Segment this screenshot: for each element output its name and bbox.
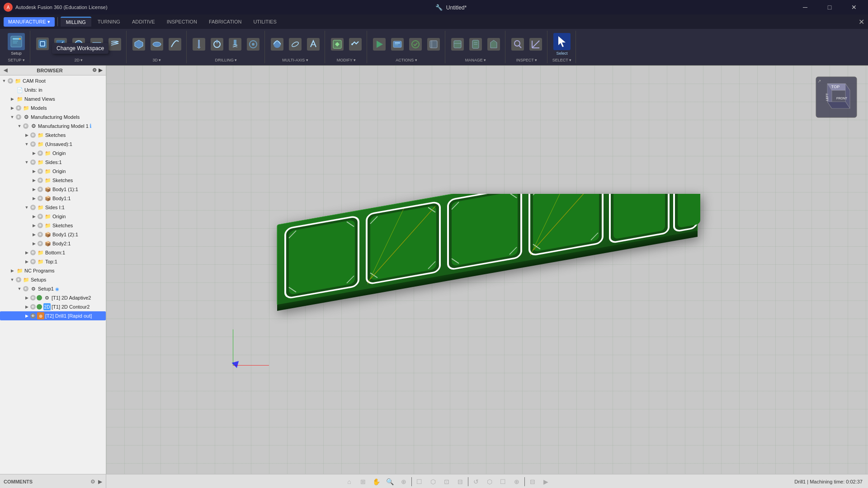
post-process-button[interactable] (389, 37, 406, 52)
tree-item-2dcontour2[interactable]: ▶ 👁 2D [T1] 2D Contour2 (0, 302, 106, 311)
vis-drill1[interactable]: 👁 (30, 313, 36, 319)
tree-item-origin1[interactable]: ▶ 👁 📁 Origin (0, 149, 106, 158)
tree-arrow-sidesi1[interactable]: ▼ (24, 204, 30, 211)
vis-setup1[interactable]: 👁 (23, 286, 28, 291)
tree-item-body2-1[interactable]: ▶ 👁 📦 Body2:1 (0, 239, 106, 248)
tree-arrow-setups[interactable]: ▼ (9, 277, 15, 283)
tree-arrow-mfgmodel1[interactable]: ▼ (16, 123, 23, 129)
visibility-dot-mfgmodels[interactable]: 👁 (16, 114, 21, 120)
thread-mill-button[interactable] (226, 37, 244, 52)
section-button[interactable]: ⊡ (441, 476, 453, 488)
orbit-button[interactable]: ✋ (371, 476, 382, 488)
tab-fabrication[interactable]: FABRICATION (203, 17, 247, 26)
vis-sketches1[interactable]: 👁 (30, 132, 36, 138)
multiaxis-btn2[interactable] (287, 37, 304, 52)
manage-btn2[interactable] (467, 37, 484, 52)
tree-item-body1[interactable]: ▶ 👁 📦 Body1:1 (0, 194, 106, 203)
vis-sidesi1[interactable]: 👁 (30, 205, 36, 210)
stock-vis-button[interactable]: ⬡ (484, 476, 495, 488)
tree-item-setups[interactable]: ▼ 👁 📁 Setups (0, 275, 106, 284)
tree-arrow-origin3[interactable]: ▶ (31, 213, 37, 220)
tree-arrow-sketches1[interactable]: ▶ (24, 132, 30, 138)
tree-arrow-origin2[interactable]: ▶ (31, 168, 37, 174)
tree-item-setup1[interactable]: ▼ 👁 ⚙ Setup1 ◉ (0, 284, 106, 293)
toolpath-check-button[interactable] (407, 37, 424, 52)
visibility-dot-camroot[interactable]: 👁 (8, 78, 13, 84)
tab-utilities[interactable]: UTILITIES (248, 17, 282, 26)
tree-item-sides1[interactable]: ▼ 👁 📁 Sides:1 (0, 158, 106, 167)
tree-arrow-models[interactable]: ▶ (9, 105, 15, 111)
appearance-button[interactable]: ⬡ (427, 476, 439, 488)
vis-sides1[interactable]: 👁 (30, 160, 36, 165)
tree-item-origin2[interactable]: ▶ 👁 📁 Origin (0, 167, 106, 176)
simulate-button[interactable] (371, 37, 388, 52)
vis-2dcontour2[interactable]: 👁 (30, 304, 36, 310)
close-button[interactable]: ✕ (844, 0, 864, 14)
toolpath-vis-button[interactable]: ↺ (470, 476, 482, 488)
vis-mfgmodel1[interactable]: 👁 (23, 123, 28, 129)
zoom-fit-button[interactable]: ⊕ (398, 476, 410, 488)
bore-button[interactable] (208, 37, 226, 52)
vis-2dadaptive2[interactable]: 👁 (30, 295, 36, 300)
browser-collapse-icon[interactable]: ◀ (4, 67, 7, 73)
tree-item-top1[interactable]: ▶ 👁 📁 Top:1 (0, 257, 106, 266)
tree-arrow-unsaved[interactable]: ▼ (24, 141, 30, 147)
tree-arrow-origin1[interactable]: ▶ (31, 150, 37, 156)
tree-arrow-top1[interactable]: ▶ (24, 258, 30, 265)
more-options-button[interactable]: ▶ (540, 476, 552, 488)
mfgmodel1-info-icon[interactable]: ℹ (90, 123, 92, 129)
comments-settings-icon[interactable]: ⚙ (90, 479, 95, 485)
viewcube[interactable]: TOP LEFT FRONT ↗ (814, 75, 859, 120)
tree-item-models[interactable]: ▶ 👁 📁 Models (0, 103, 106, 113)
vis-sketches2[interactable]: 👁 (38, 178, 43, 183)
vis-origin3[interactable]: 👁 (38, 214, 43, 219)
tree-arrow-setup1[interactable]: ▼ (16, 286, 23, 292)
filter-button[interactable]: ⊟ (527, 476, 538, 488)
tree-arrow-sketches3[interactable]: ▶ (31, 222, 37, 229)
tree-item-origin3[interactable]: ▶ 👁 📁 Origin (0, 212, 106, 221)
tree-item-drill1[interactable]: ▶ 👁 ⊕ [T2] Drill1 [Rapid out] (0, 311, 106, 320)
tab-additive[interactable]: ADDITIVE (127, 17, 160, 26)
comments-expand-icon[interactable]: ▶ (98, 479, 102, 485)
2d-pocket-button[interactable] (34, 36, 51, 52)
inspect-btn1[interactable] (509, 37, 526, 52)
multiaxis-btn3[interactable] (305, 37, 322, 52)
vis-body1-2[interactable]: 👁 (38, 232, 43, 237)
vis-unsaved[interactable]: 👁 (30, 141, 36, 147)
minimize-button[interactable]: ─ (795, 0, 816, 14)
tree-item-mfgmodel1[interactable]: ▼ 👁 ⚙ Manufacturing Model 1 ℹ (0, 122, 106, 131)
home-view-button[interactable]: ⌂ (344, 476, 355, 488)
vis-top1[interactable]: 👁 (30, 259, 36, 264)
tree-arrow-body1-1[interactable]: ▶ (31, 186, 37, 192)
browser-settings-icon[interactable]: ⚙ (92, 67, 97, 73)
3d-contour-button[interactable] (166, 37, 184, 52)
setup-button[interactable]: Setup (5, 32, 27, 57)
circular-mill-button[interactable] (245, 37, 262, 52)
display-mode-button[interactable]: ☐ (414, 476, 425, 488)
2d-thread-button[interactable] (106, 37, 123, 52)
tree-item-body1-2[interactable]: ▶ 👁 📦 Body1 (2):1 (0, 230, 106, 239)
tree-item-units[interactable]: 📄 Units: in (0, 85, 106, 94)
tree-arrow-body1[interactable]: ▶ (31, 195, 37, 202)
modify-btn2[interactable] (347, 37, 364, 52)
tree-item-unsaved[interactable]: ▼ 👁 📁 (Unsaved):1 (0, 140, 106, 149)
tree-item-mfgmodels[interactable]: ▼ 👁 ⚙ Manufacturing Models (0, 113, 106, 122)
vis-body2-1[interactable]: 👁 (38, 241, 43, 246)
tree-item-namedviews[interactable]: ▶ 📁 Named Views (0, 94, 106, 103)
vis-bottom1[interactable]: 👁 (30, 250, 36, 255)
tab-milling[interactable]: MILLING (61, 17, 91, 27)
tree-item-sidesi1[interactable]: ▼ 👁 📁 Sides I:1 (0, 203, 106, 212)
tree-arrow-mfgmodels[interactable]: ▼ (9, 114, 15, 120)
tree-arrow-sides1[interactable]: ▼ (24, 159, 30, 165)
visibility-dot-models[interactable]: 👁 (16, 105, 21, 111)
3d-pocket-button[interactable] (148, 37, 165, 52)
grid-button[interactable]: ⊟ (454, 476, 466, 488)
viewport[interactable]: TOP LEFT FRONT ↗ (106, 66, 868, 474)
maximize-button[interactable]: □ (819, 0, 840, 14)
tree-arrow-2dadaptive2[interactable]: ▶ (24, 295, 30, 301)
tree-arrow-camroot[interactable]: ▼ (1, 78, 7, 84)
inspect-btn2[interactable] (527, 37, 544, 52)
tab-turning[interactable]: TURNING (92, 17, 126, 26)
tree-item-sketches1[interactable]: ▶ 👁 📁 Sketches (0, 131, 106, 140)
modify-btn1[interactable] (329, 37, 346, 52)
